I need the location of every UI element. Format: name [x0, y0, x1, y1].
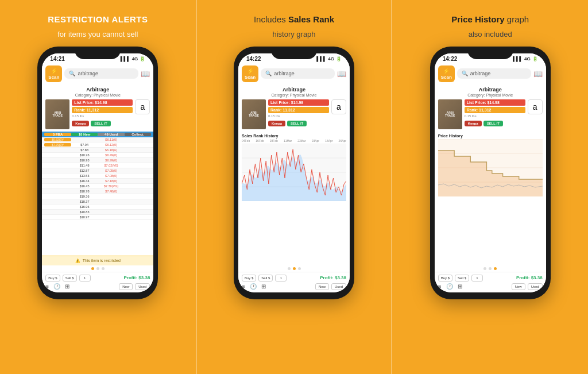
keepa-row-middle: Keepa SELL IT: [268, 121, 329, 126]
nav-icons-right: ≡ 🕐 ⊞ New Used: [438, 283, 543, 290]
product-category-right: Category: Physical Movie: [438, 93, 543, 97]
dots-middle: [238, 265, 350, 272]
sell-button-bottom-middle[interactable]: Sell $: [258, 275, 273, 282]
table-row: $0.62(0)* $6.11(0): [42, 137, 153, 142]
warning-icon-left: ⚠️: [75, 259, 80, 263]
price-badge-left: List Price: $14.98: [72, 99, 133, 106]
buy-button-left[interactable]: Buy $: [45, 275, 60, 282]
buy-button-middle[interactable]: Buy $: [242, 275, 256, 282]
offers-col-fba: 5 FBA: [44, 133, 71, 136]
buy-button-right[interactable]: Buy $: [438, 275, 452, 282]
weight-left: 0.15 lbs: [72, 114, 133, 118]
offers-col-new: 18 New: [71, 133, 98, 136]
search-icon-right: 🔍: [462, 71, 468, 76]
sliders-icon-right[interactable]: ⊞: [458, 283, 462, 290]
scan-button-middle[interactable]: ⚡ Scan: [242, 65, 258, 83]
sliders-icon-left[interactable]: ⊞: [65, 283, 69, 290]
product-details-middle: ARBITRAGE List Price: $14.98 Rank: 11,31…: [242, 99, 346, 129]
search-bar-right[interactable]: 🔍 arbitrage: [457, 68, 531, 79]
list-icon-right[interactable]: ≡: [438, 283, 442, 290]
table-row: $13.53 $7.08(0): [42, 173, 153, 179]
dot-3-middle: [298, 267, 301, 270]
product-details-right: ARBITRAGE List Price: $14.98 Rank: 11,31…: [438, 99, 543, 129]
left-panel-title: RESTRICTION ALERTS: [48, 14, 148, 25]
book-icon-right: 📖: [533, 70, 543, 78]
status-icons-middle: ▌▌▌ 4G 🔋: [316, 56, 342, 61]
middle-panel: Includes Sales Rank history graph 14:22 …: [196, 0, 392, 374]
keepa-button-left[interactable]: Keepa: [72, 121, 89, 126]
nav-tab-used-right[interactable]: Used: [528, 283, 543, 290]
amazon-logo-left: a: [135, 99, 150, 114]
table-row: $10.26 $6.49(0): [42, 153, 153, 158]
table-row: $16.44 $7.18(0): [42, 179, 153, 184]
offers-header-left: 5 FBA 18 New 49 Used Collect.: [42, 132, 153, 137]
scan-button-left[interactable]: ⚡ Scan: [45, 65, 62, 83]
right-panel: Price History graph also included 14:22 …: [392, 0, 588, 374]
rank-badge-right: Rank: 11,312: [465, 107, 525, 113]
nav-tab-used-left[interactable]: Used: [135, 283, 150, 290]
sell-button-bottom-left[interactable]: Sell $: [63, 275, 77, 282]
table-row: $7.79(0)* $7.04 $6.12(0): [42, 142, 153, 148]
product-category-left: Category: Physical Movie: [45, 93, 150, 97]
product-category-middle: Category: Physical Movie: [242, 93, 346, 97]
dot-3-left: [102, 267, 105, 270]
rank-badge-middle: Rank: 11,312: [268, 107, 329, 113]
table-row: $12.87 $7.05(0): [42, 168, 153, 173]
price-badge-middle: List Price: $14.98: [268, 99, 329, 106]
book-icon-middle: 📖: [337, 70, 346, 78]
table-row: $10.97: [42, 215, 153, 220]
scan-button-right[interactable]: ⚡ Scan: [438, 65, 455, 83]
list-icon-left[interactable]: ≡: [45, 283, 49, 290]
nav-tab-new-right[interactable]: New: [512, 283, 525, 290]
table-row: $16.96: [42, 205, 153, 210]
dot-1-right: [483, 267, 486, 270]
scan-icon-middle: ⚡: [245, 68, 256, 75]
restriction-text-left: This item is restricted: [83, 259, 121, 263]
phone-notch-right: [467, 47, 513, 59]
qty-input-middle[interactable]: 1: [275, 275, 287, 282]
sell-button-bottom-right[interactable]: Sell $: [455, 275, 469, 282]
nav-tab-used-middle[interactable]: Used: [331, 283, 346, 290]
sell-button-right[interactable]: SELL IT: [483, 121, 503, 126]
book-icon-left: 📖: [141, 70, 150, 78]
table-row: $16.45 $7.39(VG): [42, 184, 153, 189]
sales-rank-svg: 50000 40000 30000 20000 10000: [242, 144, 346, 201]
sell-button-middle[interactable]: SELL IT: [287, 121, 307, 126]
phone-notch-middle: [271, 47, 317, 59]
search-bar-middle[interactable]: 🔍 arbitrage: [261, 68, 335, 79]
dot-2-left: [96, 267, 99, 270]
qty-input-left[interactable]: 1: [79, 275, 91, 282]
bottom-bar-right: Buy $ Sell $ 1 Profit: $3.38 ≡ 🕐 ⊞ New U…: [435, 272, 546, 292]
history-icon-right[interactable]: 🕐: [446, 283, 453, 290]
phone-screen-middle: 14:22 ▌▌▌ 4G 🔋 ⚡ Scan 🔍 arbitrage 📖: [238, 53, 350, 292]
nav-tabs-left: New Used: [119, 283, 150, 290]
table-row: $10.93 $6.99(0): [42, 158, 153, 163]
price-history-chart: Price History: [435, 132, 546, 265]
phone-screen-right: 14:22 ▌▌▌ 4G 🔋 ⚡ Scan 🔍 arbitrage 📖: [435, 53, 546, 292]
nav-tab-new-middle[interactable]: New: [315, 283, 329, 290]
nav-tabs-middle: New Used: [315, 283, 346, 290]
product-info-left: List Price: $14.98 Rank: 11,312 0.15 lbs…: [72, 99, 133, 126]
keepa-row-right: Keepa SELL IT: [465, 121, 525, 126]
product-card-right: Arbitrage Category: Physical Movie ARBIT…: [435, 84, 546, 132]
history-icon-middle[interactable]: 🕐: [250, 283, 257, 290]
price-badge-right: List Price: $14.98: [465, 99, 525, 106]
sliders-icon-middle[interactable]: ⊞: [261, 283, 266, 290]
list-icon-middle[interactable]: ≡: [242, 283, 245, 290]
qty-input-right[interactable]: 1: [471, 275, 483, 282]
history-icon-left[interactable]: 🕐: [53, 283, 60, 290]
search-bar-left[interactable]: 🔍 arbitrage: [64, 68, 138, 79]
dot-3-right: [494, 267, 497, 270]
keepa-button-middle[interactable]: Keepa: [268, 121, 285, 126]
offers-col-used: 49 Used: [98, 133, 125, 136]
amazon-logo-right: a: [528, 99, 543, 114]
dot-1-left: [91, 267, 94, 270]
nav-icons-middle: ≡ 🕐 ⊞ New Used: [242, 283, 346, 290]
keepa-button-right[interactable]: Keepa: [465, 121, 482, 126]
product-card-left: Arbitrage Category: Physical Movie ARBIT…: [42, 84, 153, 132]
chart-title-middle: Sales Rank History: [242, 134, 346, 138]
restriction-bar-left: ⚠️ This item is restricted: [42, 256, 153, 265]
nav-tab-new-left[interactable]: New: [119, 283, 133, 290]
sell-button-left[interactable]: SELL IT: [91, 121, 110, 126]
status-icons-right: ▌▌▌ 4G 🔋: [513, 56, 538, 61]
